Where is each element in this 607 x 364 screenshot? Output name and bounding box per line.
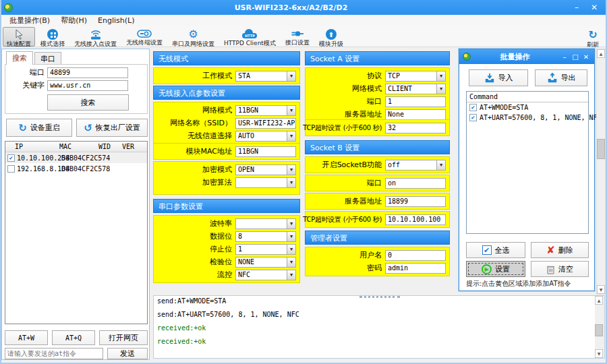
log-scroll-down-arrow[interactable]: ▼ xyxy=(595,349,603,358)
module-mac-input[interactable]: 11BGN xyxy=(235,146,296,157)
toolbar-serial-network[interactable]: ⚙ 串口及网络设置 xyxy=(168,27,219,47)
export-button[interactable]: 导出 xyxy=(535,69,587,86)
menu-english[interactable]: English(L) xyxy=(92,16,140,26)
factory-reset-button[interactable]: ↺ 恢复出厂设置 xyxy=(76,119,148,137)
log-scrollbar[interactable]: ▲ ▼ xyxy=(595,296,604,358)
main-scrollbar[interactable]: ▲ ▼ xyxy=(596,49,606,295)
work-mode-label: 工作模式 xyxy=(202,71,232,81)
terminal-icon xyxy=(137,29,152,38)
delete-x-icon: ✘ xyxy=(546,244,555,256)
work-mode-select[interactable]: STA▼ xyxy=(235,71,296,82)
toolbar-interface-settings[interactable]: 接口设置 xyxy=(281,27,314,47)
timeout-b-block: TCP超时设置 (小于600 秒) 10.10.100.100 xyxy=(305,211,450,228)
command-item[interactable]: AT+WMODE=STA xyxy=(467,102,588,113)
trash-icon xyxy=(546,264,555,274)
timeout-b-input[interactable]: 10.10.100.100 xyxy=(385,214,446,225)
chevron-down-icon: ▼ xyxy=(287,257,295,267)
baud-label: 波特率 xyxy=(210,218,232,229)
timeout-a-input[interactable]: 32 xyxy=(385,123,446,133)
tab-serial[interactable]: 串口 xyxy=(34,52,61,64)
port-input[interactable]: 48899 xyxy=(47,67,128,78)
chevron-down-icon: ▼ xyxy=(436,71,445,81)
scroll-thumb[interactable] xyxy=(597,139,605,159)
delete-button[interactable]: ✘ 删除 xyxy=(531,242,589,258)
ssid-input[interactable]: USR-WIFI232-AP_C574 xyxy=(235,118,296,129)
password-input[interactable]: admin xyxy=(385,263,446,274)
select-all-button[interactable]: ✔ 全选 xyxy=(466,242,525,258)
chevron-down-icon: ▼ xyxy=(287,71,295,81)
socket-b-port-label: 端口 xyxy=(367,178,382,188)
upgrade-icon: ⬆ xyxy=(326,29,337,40)
username-input[interactable]: 0 xyxy=(385,250,446,261)
toolbar-ap-settings[interactable]: 无线接入点设置 xyxy=(70,27,121,47)
command-checkbox[interactable] xyxy=(469,104,477,111)
batch-minimize-button[interactable]: – xyxy=(559,53,570,61)
stop-bits-select[interactable]: 1▼ xyxy=(235,244,296,255)
device-reboot-button[interactable]: ↻ 设备重启 xyxy=(6,119,72,137)
data-bits-select[interactable]: 8▼ xyxy=(235,231,296,242)
toolbar-quick-config[interactable]: 快速配置 xyxy=(3,27,35,47)
close-button[interactable]: ✕ xyxy=(587,3,602,12)
socket-a-netmode-select[interactable]: CLIENT▼ xyxy=(385,84,446,94)
protocol-label: 协议 xyxy=(367,71,382,81)
toolbar-refresh[interactable]: ↻ 刷新 xyxy=(583,27,603,47)
menu-help[interactable]: 帮助(H) xyxy=(55,15,92,26)
encrypt-mode-select[interactable]: OPEN▼ xyxy=(235,164,296,175)
log-scroll-up-arrow[interactable]: ▲ xyxy=(595,296,603,305)
at-w-button[interactable]: AT+W xyxy=(5,330,48,345)
chevron-down-icon: ▼ xyxy=(287,270,295,280)
toolbar-module-upgrade[interactable]: ⬆ 模块升级 xyxy=(315,27,347,47)
refresh-icon: ↻ xyxy=(588,29,597,40)
encrypt-algo-select[interactable]: ▼ xyxy=(235,177,296,188)
menu-batch-operation[interactable]: 批量操作(B) xyxy=(4,15,55,26)
export-icon xyxy=(547,73,558,84)
socket-a-port-input[interactable]: 1 xyxy=(385,96,446,107)
protocol-select[interactable]: TCP▼ xyxy=(385,71,446,82)
ap-params-block: 网络模式 11BGN▼ 网络名称（SSID） USR-WIFI232-AP_C5… xyxy=(153,102,300,144)
splitter-handle[interactable] xyxy=(359,296,400,298)
command-checkbox[interactable] xyxy=(469,114,477,121)
clear-button[interactable]: 清空 xyxy=(531,261,589,277)
client-area: 搜索 串口 端口 48899 关键字 www.usr.cn 搜索 ↻ 设备重启 … xyxy=(0,47,607,364)
device-table: IP MAC WID VER 10.10.100.254 D8B04CF2C57… xyxy=(5,141,148,324)
baud-select[interactable]: ▼ xyxy=(235,218,296,229)
batch-maximize-button[interactable]: □ xyxy=(570,53,581,61)
table-row[interactable]: 10.10.100.254 D8B04CF2C574 xyxy=(5,152,147,163)
toolbar-sta-settings[interactable]: 无线终端设置 xyxy=(122,27,167,47)
socket-b-enable-select[interactable]: off▼ xyxy=(385,160,446,171)
command-item[interactable]: AT+UART=57600, 8, 1, NONE, NFC xyxy=(467,113,588,123)
at-q-button[interactable]: AT+Q xyxy=(52,330,95,345)
socket-b-server-input[interactable]: 18899 xyxy=(385,196,446,207)
toolbar-httpd-client[interactable]: HTTP HTTPD Client模式 xyxy=(220,27,280,47)
chevron-down-icon: ▼ xyxy=(287,178,295,187)
device-table-header: IP MAC WID VER xyxy=(5,142,147,152)
toolbar-mode-select[interactable]: 模式选择 xyxy=(36,27,69,47)
keyword-input[interactable]: www.usr.cn xyxy=(47,80,128,91)
password-label: 密码 xyxy=(367,263,382,273)
socket-a-server-input[interactable]: None xyxy=(385,109,446,120)
import-button[interactable]: 导入 xyxy=(469,69,528,86)
search-button[interactable]: 搜索 xyxy=(47,94,129,111)
channel-select[interactable]: AUTO▼ xyxy=(235,131,296,142)
device-checkbox[interactable] xyxy=(7,154,15,162)
socket-a-server-label: 服务器地址 xyxy=(345,109,382,119)
minimize-button[interactable]: – xyxy=(569,3,584,12)
log-scroll-thumb[interactable] xyxy=(595,324,603,336)
parity-select[interactable]: NONE▼ xyxy=(235,257,296,268)
set-button[interactable]: ▶ 设置 xyxy=(466,261,525,277)
flow-control-select[interactable]: NFC▼ xyxy=(235,270,296,280)
scroll-up-arrow[interactable]: ▲ xyxy=(597,49,605,58)
socket-b-port-input[interactable]: on xyxy=(385,178,446,189)
tab-search[interactable]: 搜索 xyxy=(6,51,33,65)
socket-b-server-label: 服务器地址 xyxy=(345,196,382,206)
table-row[interactable]: 192.168.8.104 D8B04CF2C578 xyxy=(5,163,147,174)
network-mode-select[interactable]: 11BGN▼ xyxy=(235,105,296,116)
open-webpage-button[interactable]: 打开网页 xyxy=(99,330,148,345)
at-command-input[interactable] xyxy=(5,348,103,359)
send-button[interactable]: 发送 xyxy=(107,348,148,359)
batch-logo-icon xyxy=(463,53,471,61)
device-checkbox[interactable] xyxy=(7,165,15,173)
batch-close-button[interactable]: ✕ xyxy=(581,53,591,61)
socket-a-header: Socket A 设置 xyxy=(305,51,450,65)
scroll-down-arrow[interactable]: ▼ xyxy=(597,285,605,294)
